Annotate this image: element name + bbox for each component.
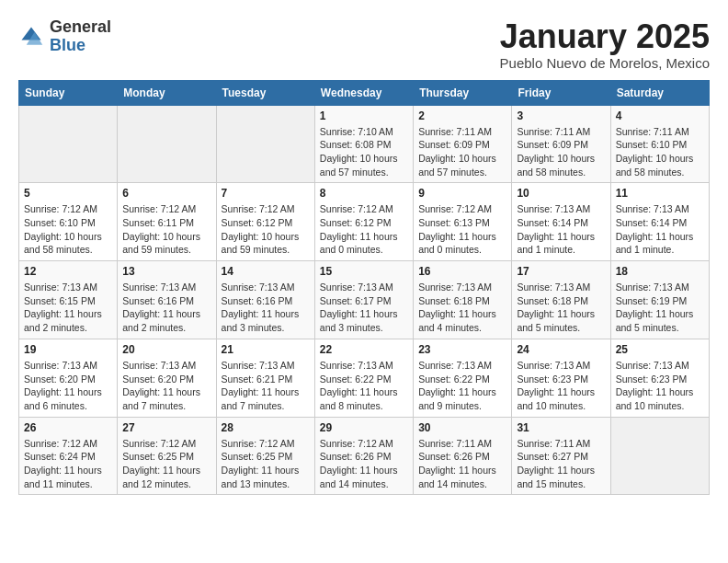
calendar-cell: 27Sunrise: 7:12 AMSunset: 6:25 PMDayligh… <box>118 417 216 495</box>
day-info: Sunrise: 7:13 AMSunset: 6:15 PMDaylight:… <box>24 281 112 335</box>
calendar-week-row: 19Sunrise: 7:13 AMSunset: 6:20 PMDayligh… <box>19 339 710 417</box>
calendar-cell: 10Sunrise: 7:13 AMSunset: 6:14 PMDayligh… <box>512 183 610 261</box>
calendar-cell: 20Sunrise: 7:13 AMSunset: 6:20 PMDayligh… <box>118 339 216 417</box>
weekday-header: Friday <box>512 80 610 105</box>
day-info: Sunrise: 7:13 AMSunset: 6:23 PMDaylight:… <box>616 359 704 413</box>
calendar-week-row: 5Sunrise: 7:12 AMSunset: 6:10 PMDaylight… <box>19 183 710 261</box>
day-number: 10 <box>517 187 605 200</box>
day-number: 24 <box>517 343 605 356</box>
day-number: 19 <box>24 343 112 356</box>
weekday-header: Wednesday <box>314 80 413 105</box>
day-info: Sunrise: 7:12 AMSunset: 6:12 PMDaylight:… <box>222 202 310 257</box>
day-number: 7 <box>222 187 310 200</box>
day-info: Sunrise: 7:10 AMSunset: 6:08 PMDaylight:… <box>320 125 408 179</box>
day-info: Sunrise: 7:13 AMSunset: 6:22 PMDaylight:… <box>320 359 408 413</box>
calendar-table: SundayMondayTuesdayWednesdayThursdayFrid… <box>18 80 710 496</box>
day-number: 3 <box>517 109 605 122</box>
page-header: General Blue January 2025 Pueblo Nuevo d… <box>18 18 710 71</box>
calendar-cell: 5Sunrise: 7:12 AMSunset: 6:10 PMDaylight… <box>19 183 118 261</box>
day-number: 14 <box>222 265 310 278</box>
calendar-cell: 3Sunrise: 7:11 AMSunset: 6:09 PMDaylight… <box>512 105 610 183</box>
day-info: Sunrise: 7:13 AMSunset: 6:19 PMDaylight:… <box>616 281 704 335</box>
day-number: 15 <box>320 265 408 278</box>
day-info: Sunrise: 7:11 AMSunset: 6:26 PMDaylight:… <box>418 437 506 491</box>
day-number: 27 <box>122 421 210 434</box>
calendar-cell: 21Sunrise: 7:13 AMSunset: 6:21 PMDayligh… <box>216 339 314 417</box>
calendar-cell: 15Sunrise: 7:13 AMSunset: 6:17 PMDayligh… <box>314 261 413 339</box>
calendar-cell: 29Sunrise: 7:12 AMSunset: 6:26 PMDayligh… <box>314 417 413 495</box>
weekday-header: Sunday <box>19 80 118 105</box>
day-info: Sunrise: 7:12 AMSunset: 6:24 PMDaylight:… <box>24 437 112 491</box>
calendar-cell <box>118 105 216 183</box>
day-info: Sunrise: 7:13 AMSunset: 6:16 PMDaylight:… <box>122 281 210 335</box>
calendar-cell: 23Sunrise: 7:13 AMSunset: 6:22 PMDayligh… <box>414 339 512 417</box>
day-info: Sunrise: 7:11 AMSunset: 6:10 PMDaylight:… <box>616 125 704 179</box>
logo-text: General Blue <box>50 18 111 55</box>
day-number: 30 <box>418 421 506 434</box>
day-info: Sunrise: 7:13 AMSunset: 6:23 PMDaylight:… <box>517 359 605 413</box>
weekday-header: Thursday <box>414 80 512 105</box>
day-info: Sunrise: 7:12 AMSunset: 6:11 PMDaylight:… <box>122 202 210 257</box>
day-info: Sunrise: 7:13 AMSunset: 6:18 PMDaylight:… <box>517 281 605 335</box>
day-number: 8 <box>320 187 408 200</box>
calendar-cell: 22Sunrise: 7:13 AMSunset: 6:22 PMDayligh… <box>314 339 413 417</box>
day-number: 6 <box>122 187 210 200</box>
day-info: Sunrise: 7:13 AMSunset: 6:18 PMDaylight:… <box>418 281 506 335</box>
day-info: Sunrise: 7:11 AMSunset: 6:09 PMDaylight:… <box>418 125 506 179</box>
day-number: 13 <box>122 265 210 278</box>
calendar-cell: 8Sunrise: 7:12 AMSunset: 6:12 PMDaylight… <box>314 183 413 261</box>
day-info: Sunrise: 7:13 AMSunset: 6:22 PMDaylight:… <box>418 359 506 413</box>
day-number: 21 <box>222 343 310 356</box>
day-number: 5 <box>24 187 112 200</box>
calendar-cell <box>610 417 709 495</box>
day-number: 2 <box>418 109 506 122</box>
calendar-cell: 11Sunrise: 7:13 AMSunset: 6:14 PMDayligh… <box>610 183 709 261</box>
logo-general: General <box>50 17 111 36</box>
day-info: Sunrise: 7:11 AMSunset: 6:27 PMDaylight:… <box>517 437 605 491</box>
weekday-header: Monday <box>118 80 216 105</box>
calendar-cell <box>216 105 314 183</box>
calendar-week-row: 12Sunrise: 7:13 AMSunset: 6:15 PMDayligh… <box>19 261 710 339</box>
calendar-cell: 26Sunrise: 7:12 AMSunset: 6:24 PMDayligh… <box>19 417 118 495</box>
calendar-cell: 17Sunrise: 7:13 AMSunset: 6:18 PMDayligh… <box>512 261 610 339</box>
day-number: 18 <box>616 265 704 278</box>
day-number: 4 <box>616 109 704 122</box>
logo-blue: Blue <box>50 36 85 54</box>
day-number: 23 <box>418 343 506 356</box>
weekday-header-row: SundayMondayTuesdayWednesdayThursdayFrid… <box>19 80 710 105</box>
location: Pueblo Nuevo de Morelos, Mexico <box>500 55 710 71</box>
calendar-cell: 18Sunrise: 7:13 AMSunset: 6:19 PMDayligh… <box>610 261 709 339</box>
day-info: Sunrise: 7:12 AMSunset: 6:10 PMDaylight:… <box>24 202 112 257</box>
weekday-header: Saturday <box>610 80 709 105</box>
day-number: 16 <box>418 265 506 278</box>
day-info: Sunrise: 7:11 AMSunset: 6:09 PMDaylight:… <box>517 125 605 179</box>
calendar-cell: 19Sunrise: 7:13 AMSunset: 6:20 PMDayligh… <box>19 339 118 417</box>
day-number: 29 <box>320 421 408 434</box>
day-info: Sunrise: 7:12 AMSunset: 6:25 PMDaylight:… <box>122 437 210 491</box>
day-info: Sunrise: 7:12 AMSunset: 6:25 PMDaylight:… <box>222 437 310 491</box>
logo-icon <box>18 24 44 50</box>
day-info: Sunrise: 7:12 AMSunset: 6:12 PMDaylight:… <box>320 202 408 257</box>
calendar-cell: 14Sunrise: 7:13 AMSunset: 6:16 PMDayligh… <box>216 261 314 339</box>
calendar-week-row: 1Sunrise: 7:10 AMSunset: 6:08 PMDaylight… <box>19 105 710 183</box>
calendar-cell: 2Sunrise: 7:11 AMSunset: 6:09 PMDaylight… <box>414 105 512 183</box>
day-number: 9 <box>418 187 506 200</box>
day-info: Sunrise: 7:13 AMSunset: 6:14 PMDaylight:… <box>616 202 704 257</box>
day-number: 11 <box>616 187 704 200</box>
day-info: Sunrise: 7:13 AMSunset: 6:14 PMDaylight:… <box>517 202 605 257</box>
calendar-cell: 31Sunrise: 7:11 AMSunset: 6:27 PMDayligh… <box>512 417 610 495</box>
day-number: 17 <box>517 265 605 278</box>
day-number: 31 <box>517 421 605 434</box>
calendar-cell: 12Sunrise: 7:13 AMSunset: 6:15 PMDayligh… <box>19 261 118 339</box>
day-info: Sunrise: 7:13 AMSunset: 6:20 PMDaylight:… <box>122 359 210 413</box>
day-number: 20 <box>122 343 210 356</box>
day-info: Sunrise: 7:13 AMSunset: 6:16 PMDaylight:… <box>222 281 310 335</box>
weekday-header: Tuesday <box>216 80 314 105</box>
calendar-cell: 24Sunrise: 7:13 AMSunset: 6:23 PMDayligh… <box>512 339 610 417</box>
month-title: January 2025 <box>500 18 710 55</box>
calendar-cell: 9Sunrise: 7:12 AMSunset: 6:13 PMDaylight… <box>414 183 512 261</box>
calendar-cell: 13Sunrise: 7:13 AMSunset: 6:16 PMDayligh… <box>118 261 216 339</box>
calendar-cell <box>19 105 118 183</box>
day-info: Sunrise: 7:13 AMSunset: 6:20 PMDaylight:… <box>24 359 112 413</box>
calendar-cell: 30Sunrise: 7:11 AMSunset: 6:26 PMDayligh… <box>414 417 512 495</box>
